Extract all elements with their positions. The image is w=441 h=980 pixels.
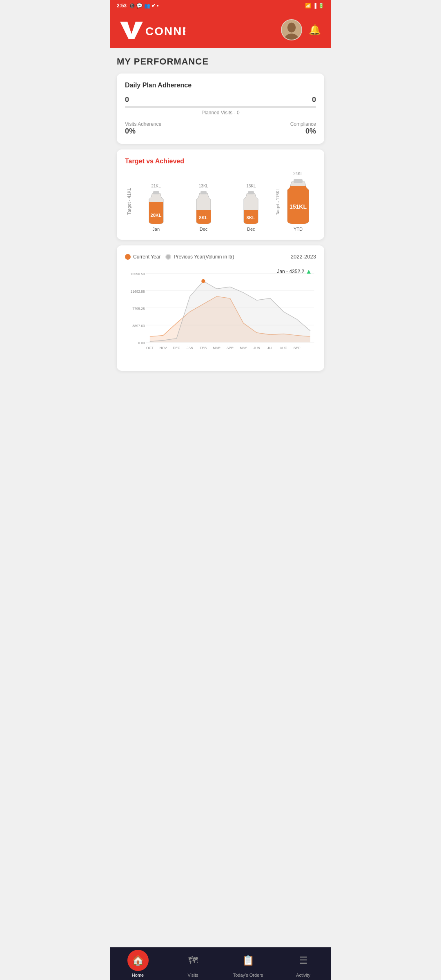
chart-year: 2022-2023 (291, 254, 316, 260)
notification-bell-icon[interactable]: 🔔 (309, 24, 321, 36)
bottle-ytd-target: 24KL (293, 172, 303, 176)
adherence-left-value: 0 (125, 96, 129, 104)
svg-text:8KL: 8KL (199, 215, 208, 220)
bottle-ytd: 24KL 151KL YTD (282, 172, 314, 232)
bottle-ytd-month: YTD (294, 227, 303, 232)
status-left: 2:53 📵 💬 👥 ✔ • (117, 3, 159, 9)
chart-annotation: Jan - 4352.2 ▲ (277, 268, 312, 275)
svg-text:JUL: JUL (267, 346, 273, 350)
svg-text:MAR: MAR (213, 346, 220, 350)
tva-title: Target vs Achieved (125, 158, 316, 165)
line-chart: 15590.50 11692.88 7795.25 3897.63 0.00 (125, 265, 316, 363)
target-vs-achieved-card: Target vs Achieved Target - 41KL 21KL (117, 149, 324, 240)
adherence-right-value: 0 (312, 96, 316, 104)
svg-text:AUG: AUG (280, 346, 287, 350)
status-right: 📶 ▐ 🔋 (305, 3, 324, 9)
bottle-ytd-svg: 151KL (282, 177, 314, 226)
svg-text:JUN: JUN (254, 346, 260, 350)
bottle-dec2-month: Dec (247, 227, 255, 232)
svg-rect-13 (248, 191, 254, 194)
svg-text:11692.88: 11692.88 (131, 290, 145, 294)
adherence-values: 0 0 (125, 96, 316, 104)
header-right: 🔔 (281, 19, 321, 40)
bottle-dec1-svg: 8KL (192, 189, 215, 226)
avatar[interactable] (281, 19, 302, 40)
svg-text:SEP: SEP (294, 346, 301, 350)
bottle-jan-target: 21KL (151, 184, 160, 188)
current-year-legend: Current Year (125, 254, 160, 260)
status-bar: 2:53 📵 💬 👥 ✔ • 📶 ▐ 🔋 (110, 0, 331, 11)
compliance-label: Compliance (290, 121, 316, 127)
svg-text:OCT: OCT (146, 346, 154, 350)
svg-text:20KL: 20KL (150, 213, 161, 218)
daily-plan-adherence-card: Daily Plan Adherence 0 0 Planned Visits … (117, 74, 324, 144)
svg-text:CONNECT: CONNECT (145, 25, 185, 38)
daily-plan-adherence-title: Daily Plan Adherence (125, 82, 316, 89)
svg-text:15590.50: 15590.50 (131, 272, 145, 276)
svg-text:7795.25: 7795.25 (132, 307, 145, 311)
visits-adherence-value: 0% (125, 127, 161, 136)
chart-svg: 15590.50 11692.88 7795.25 3897.63 0.00 (125, 265, 316, 363)
prev-year-dot (165, 254, 171, 260)
svg-point-3 (287, 22, 296, 32)
svg-rect-10 (200, 191, 207, 194)
page-content: MY PERFORMANCE Daily Plan Adherence 0 0 … (110, 48, 331, 417)
svg-text:DEC: DEC (173, 346, 180, 350)
svg-text:NOV: NOV (159, 346, 167, 350)
adherence-bar (125, 106, 316, 108)
chart-legend: Current Year Previous Year(Volumn in ltr… (125, 254, 316, 260)
annotation-text: Jan - 4352.2 (277, 269, 304, 274)
svg-text:8KL: 8KL (247, 215, 255, 220)
bottle-dec2-target: 13KL (246, 184, 256, 188)
status-time: 2:53 (117, 3, 127, 9)
bottle-dec1: 13KL 8KL Dec (180, 184, 226, 232)
svg-marker-0 (120, 22, 143, 39)
logo: CONNECT (120, 20, 185, 40)
ytd-y-axis-label: Target - 176KL (276, 188, 280, 215)
svg-rect-16 (294, 179, 303, 183)
adherence-metrics: Visits Adherence 0% Compliance 0% (125, 121, 316, 136)
prev-year-label: Previous Year(Volumn in ltr) (174, 254, 234, 260)
compliance-metric: Compliance 0% (290, 121, 316, 136)
app-header: CONNECT 🔔 (110, 11, 331, 48)
visits-adherence-label: Visits Adherence (125, 121, 161, 127)
bottle-jan: 21KL 20KL J (133, 184, 179, 232)
line-chart-card: Current Year Previous Year(Volumn in ltr… (117, 245, 324, 371)
svg-text:MAY: MAY (240, 346, 247, 350)
bottle-jan-svg: 20KL (145, 189, 167, 226)
signal-icon: ▐ (313, 3, 316, 9)
bottle-dec2: 13KL 8KL Dec (228, 184, 274, 232)
svg-text:FEB: FEB (200, 346, 207, 350)
svg-text:3897.63: 3897.63 (132, 324, 145, 328)
logo-svg: CONNECT (120, 20, 185, 40)
status-icons: 📵 💬 👥 ✔ • (129, 3, 159, 9)
battery-icon: 🔋 (318, 3, 324, 9)
visits-adherence-metric: Visits Adherence 0% (125, 121, 161, 136)
up-arrow-icon: ▲ (305, 268, 312, 275)
prev-year-legend: Previous Year(Volumn in ltr) (165, 254, 234, 260)
svg-text:APR: APR (227, 346, 234, 350)
bottle-jan-month: Jan (152, 227, 160, 232)
svg-point-27 (201, 279, 205, 283)
bottle-dec2-svg: 8KL (240, 189, 262, 226)
current-year-dot (125, 254, 131, 260)
page-title: MY PERFORMANCE (117, 56, 324, 67)
wifi-icon: 📶 (305, 3, 311, 9)
svg-rect-7 (153, 191, 159, 194)
svg-text:0.00: 0.00 (138, 341, 145, 345)
y-axis-label: Target - 41KL (127, 188, 131, 215)
planned-visits-label: Planned Visits - 0 (125, 110, 316, 116)
compliance-value: 0% (290, 127, 316, 136)
bottle-dec1-target: 13KL (199, 184, 208, 188)
current-year-label: Current Year (133, 254, 160, 260)
svg-text:151KL: 151KL (290, 203, 307, 210)
bottle-dec1-month: Dec (200, 227, 208, 232)
legend-left: Current Year Previous Year(Volumn in ltr… (125, 254, 234, 260)
svg-text:JAN: JAN (187, 346, 193, 350)
